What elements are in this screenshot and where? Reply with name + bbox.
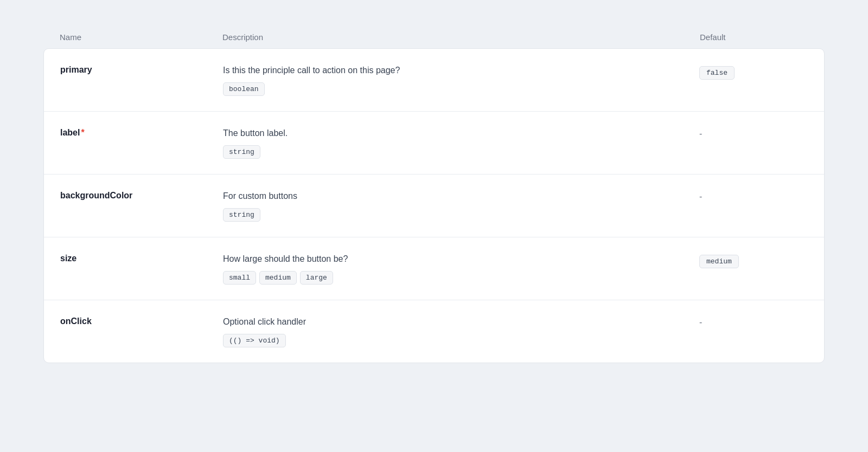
type-badges-bgcolor: string xyxy=(223,208,699,222)
required-star: * xyxy=(81,128,84,138)
type-badges-primary: boolean xyxy=(223,82,699,96)
table-header: Name Description Default xyxy=(43,33,825,48)
prop-name-bgcolor: backgroundColor xyxy=(60,190,223,201)
prop-name-onclick: onClick xyxy=(60,315,223,326)
default-cell-bgcolor: - xyxy=(699,190,808,202)
default-cell-onclick: - xyxy=(699,315,808,327)
table-row: size How large should the button be? sma… xyxy=(44,237,824,300)
type-badge: string xyxy=(223,145,260,159)
type-badges-label: string xyxy=(223,145,699,159)
description-cell-onclick: Optional click handler (() => void) xyxy=(223,315,699,347)
type-badge-fn: (() => void) xyxy=(223,334,286,347)
header-description: Description xyxy=(222,33,700,42)
description-cell-primary: Is this the principle call to action on … xyxy=(223,64,699,96)
default-cell-primary: false xyxy=(699,64,808,80)
prop-name-label: label* xyxy=(60,127,223,138)
prop-name-size: size xyxy=(60,253,223,263)
type-badges-onclick: (() => void) xyxy=(223,334,699,347)
type-badge-small: small xyxy=(223,271,256,285)
type-badges-size: small medium large xyxy=(223,271,699,285)
table-row: label* The button label. string - xyxy=(44,112,824,175)
type-badge-medium: medium xyxy=(259,271,297,285)
table-row: backgroundColor For custom buttons strin… xyxy=(44,175,824,237)
type-badge: boolean xyxy=(223,82,265,96)
type-badge: string xyxy=(223,208,260,222)
table-row: onClick Optional click handler (() => vo… xyxy=(44,300,824,363)
default-cell-size: medium xyxy=(699,253,808,268)
default-badge-size: medium xyxy=(699,255,739,268)
description-text-onclick: Optional click handler xyxy=(223,315,699,328)
default-dash-label: - xyxy=(699,129,702,139)
table-row: primary Is this the principle call to ac… xyxy=(44,49,824,112)
default-badge-primary: false xyxy=(699,66,735,80)
header-name: Name xyxy=(60,33,222,42)
type-badge-large: large xyxy=(300,271,333,285)
props-table: primary Is this the principle call to ac… xyxy=(43,48,825,363)
description-text-label: The button label. xyxy=(223,127,699,140)
description-cell-bgcolor: For custom buttons string xyxy=(223,190,699,222)
default-dash-bgcolor: - xyxy=(699,192,702,202)
description-text-bgcolor: For custom buttons xyxy=(223,190,699,203)
props-container: Name Description Default primary Is this… xyxy=(43,33,825,363)
default-cell-label: - xyxy=(699,127,808,139)
header-default: Default xyxy=(700,33,808,42)
default-dash-onclick: - xyxy=(699,318,702,327)
prop-name-primary: primary xyxy=(60,64,223,75)
description-text-primary: Is this the principle call to action on … xyxy=(223,64,699,77)
description-cell-size: How large should the button be? small me… xyxy=(223,253,699,285)
description-cell-label: The button label. string xyxy=(223,127,699,159)
description-text-size: How large should the button be? xyxy=(223,253,699,266)
